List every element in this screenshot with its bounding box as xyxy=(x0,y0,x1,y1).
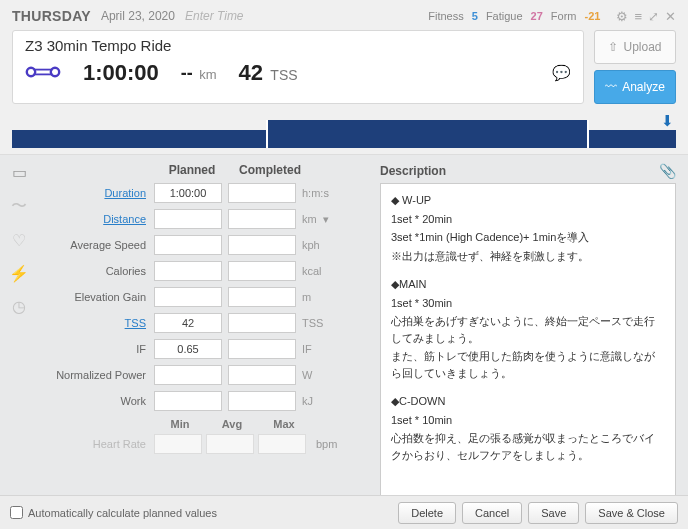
np-label: Normalized Power xyxy=(38,369,154,381)
save-close-button[interactable]: Save & Close xyxy=(585,502,678,524)
menu-icon[interactable]: ≡ xyxy=(634,9,642,24)
desc-line: 心拍数を抑え、足の張る感覚が収まったところでバイクからおり、セルフケアをしましょ… xyxy=(391,430,665,463)
elev-planned-input[interactable] xyxy=(154,287,222,307)
work-label: Work xyxy=(38,395,154,407)
bike-chain-icon xyxy=(25,62,61,85)
np-unit: W xyxy=(302,369,312,381)
elev-completed-input[interactable] xyxy=(228,287,296,307)
distance-completed-input[interactable] xyxy=(228,209,296,229)
col-max: Max xyxy=(258,418,310,430)
analyze-button[interactable]: 〰 Analyze xyxy=(594,70,676,104)
work-planned-input[interactable] xyxy=(154,391,222,411)
chart-tab-icon[interactable]: 〜 xyxy=(11,196,27,217)
auto-calc-checkbox[interactable] xyxy=(10,506,23,519)
if-label: IF xyxy=(38,343,154,355)
delete-button[interactable]: Delete xyxy=(398,502,456,524)
upload-button[interactable]: ⇧ Upload xyxy=(594,30,676,64)
desc-line: 心拍巣をあげすぎないように、終始一定ペースで走行してみましょう。 xyxy=(391,313,665,346)
day-name: THURSDAY xyxy=(12,8,91,24)
note-tab-icon[interactable]: ▭ xyxy=(12,163,27,182)
unit-dropdown-icon[interactable]: ▾ xyxy=(323,213,329,226)
hr-avg-input[interactable] xyxy=(206,434,254,454)
tss-unit: TSS xyxy=(302,317,323,329)
fatigue-value: 27 xyxy=(531,10,543,22)
np-completed-input[interactable] xyxy=(228,365,296,385)
form-value: -21 xyxy=(585,10,601,22)
form-label: Form xyxy=(551,10,577,22)
upload-label: Upload xyxy=(623,40,661,54)
workout-title: Z3 30min Tempo Ride xyxy=(25,37,571,54)
distance-planned-input[interactable] xyxy=(154,209,222,229)
duration-label[interactable]: Duration xyxy=(38,187,154,199)
workout-card: Z3 30min Tempo Ride 1:00:00 -- km 42 TSS… xyxy=(12,30,584,104)
workout-duration: 1:00:00 xyxy=(83,60,159,86)
hr-max-input[interactable] xyxy=(258,434,306,454)
workout-tss-value: 42 xyxy=(239,60,263,85)
fitness-value: 5 xyxy=(472,10,478,22)
desc-line: ◆MAIN xyxy=(391,276,665,293)
desc-line: また、筋トレで使用した筋肉を使うように意識しながら回していきましょう。 xyxy=(391,348,665,381)
tss-completed-input[interactable] xyxy=(228,313,296,333)
analyze-label: Analyze xyxy=(622,80,665,94)
expand-icon[interactable]: ⤢ xyxy=(648,9,659,24)
tss-label[interactable]: TSS xyxy=(38,317,154,329)
if-completed-input[interactable] xyxy=(228,339,296,359)
workout-tss-label: TSS xyxy=(270,67,297,83)
distance-unit[interactable]: km xyxy=(302,213,317,225)
auto-calc-label: Automatically calculate planned values xyxy=(28,507,217,519)
desc-line: 1set * 20min xyxy=(391,211,665,228)
desc-line: ◆C-DOWN xyxy=(391,393,665,410)
calories-completed-input[interactable] xyxy=(228,261,296,281)
desc-line: 1set * 30min xyxy=(391,295,665,312)
hr-unit: bpm xyxy=(316,438,337,450)
duration-completed-input[interactable] xyxy=(228,183,296,203)
avgspeed-label: Average Speed xyxy=(38,239,154,251)
cancel-button[interactable]: Cancel xyxy=(462,502,522,524)
workout-distance-unit: km xyxy=(199,67,216,82)
desc-line: 1set * 10min xyxy=(391,412,665,429)
comment-icon[interactable]: 💬 xyxy=(552,64,571,82)
avgspeed-completed-input[interactable] xyxy=(228,235,296,255)
duration-unit: h:m:s xyxy=(302,187,329,199)
clock-tab-icon[interactable]: ◷ xyxy=(12,297,26,316)
attachment-icon[interactable]: 📎 xyxy=(659,163,676,179)
col-planned: Planned xyxy=(156,163,228,177)
calories-planned-input[interactable] xyxy=(154,261,222,281)
distance-label[interactable]: Distance xyxy=(38,213,154,225)
duration-planned-input[interactable] xyxy=(154,183,222,203)
np-planned-input[interactable] xyxy=(154,365,222,385)
hr-label: Heart Rate xyxy=(38,438,154,450)
description-textarea[interactable]: ◆ W-UP 1set * 20min 3set *1min (High Cad… xyxy=(380,183,676,506)
workout-distance-value: -- xyxy=(181,63,193,83)
close-icon[interactable]: ✕ xyxy=(665,9,676,24)
col-min: Min xyxy=(154,418,206,430)
save-button[interactable]: Save xyxy=(528,502,579,524)
fatigue-label: Fatigue xyxy=(486,10,523,22)
hr-min-input[interactable] xyxy=(154,434,202,454)
power-tab-icon[interactable]: ⚡ xyxy=(9,264,29,283)
heart-tab-icon[interactable]: ♡ xyxy=(12,231,26,250)
calories-unit: kcal xyxy=(302,265,322,277)
fitness-label: Fitness xyxy=(428,10,463,22)
avgspeed-unit: kph xyxy=(302,239,320,251)
work-completed-input[interactable] xyxy=(228,391,296,411)
desc-line: ◆ W-UP xyxy=(391,192,665,209)
if-planned-input[interactable] xyxy=(154,339,222,359)
enter-time-link[interactable]: Enter Time xyxy=(185,9,244,23)
if-unit: IF xyxy=(302,343,312,355)
elev-unit: m xyxy=(302,291,311,303)
col-completed: Completed xyxy=(234,163,306,177)
work-unit: kJ xyxy=(302,395,313,407)
calories-label: Calories xyxy=(38,265,154,277)
gear-icon[interactable]: ⚙ xyxy=(616,9,628,24)
description-title: Description xyxy=(380,164,446,178)
workout-chart xyxy=(12,120,676,148)
date-text: April 23, 2020 xyxy=(101,9,175,23)
upload-icon: ⇧ xyxy=(608,40,618,54)
avgspeed-planned-input[interactable] xyxy=(154,235,222,255)
col-avg: Avg xyxy=(206,418,258,430)
pulse-icon: 〰 xyxy=(605,80,617,94)
desc-line: 3set *1min (High Cadence)+ 1minを導入 xyxy=(391,229,665,246)
desc-line: ※出力は意識せず、神経を刺激します。 xyxy=(391,248,665,265)
tss-planned-input[interactable] xyxy=(154,313,222,333)
